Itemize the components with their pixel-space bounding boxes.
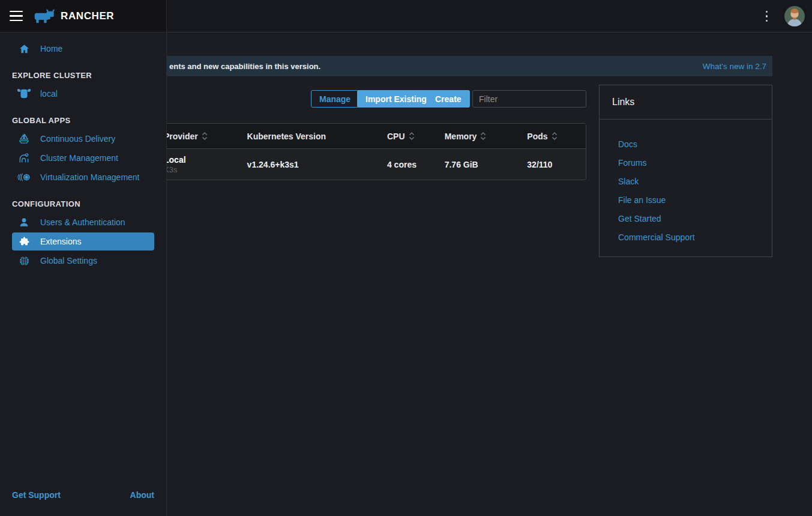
filter-input[interactable] — [472, 90, 586, 108]
sort-icon — [480, 132, 486, 140]
import-existing-button[interactable]: Import Existing — [357, 90, 435, 108]
sidebar-header: RANCHER — [0, 0, 166, 32]
cell-cpu: 4 cores — [379, 149, 436, 180]
sidebar-item-virtualization-management[interactable]: Virtualization Management — [12, 168, 154, 186]
sort-icon — [202, 132, 208, 140]
hamburger-menu-icon[interactable] — [10, 8, 23, 24]
column-header-cpu[interactable]: CPU — [379, 124, 436, 148]
kebab-menu-icon[interactable] — [761, 7, 773, 26]
avatar-photo — [784, 6, 805, 26]
section-configuration: CONFIGURATION — [12, 199, 166, 208]
get-support-link[interactable]: Get Support — [12, 490, 61, 500]
link-forums[interactable]: Forums — [618, 154, 772, 172]
sailboat-icon — [17, 133, 31, 145]
column-header-memory[interactable]: Memory — [436, 124, 519, 148]
sidebar-item-home[interactable]: Home — [12, 40, 154, 58]
sort-icon — [552, 132, 558, 140]
rancher-app: ents and new capabilities in this versio… — [0, 0, 812, 516]
banner-message: ents and new capabilities in this versio… — [169, 62, 320, 71]
sort-icon — [409, 132, 415, 140]
home-icon — [17, 43, 31, 55]
column-header-provider[interactable]: Provider — [155, 124, 239, 148]
user-icon — [17, 217, 31, 228]
puzzle-icon — [17, 236, 31, 247]
column-header-pods[interactable]: Pods — [519, 124, 586, 148]
manage-button[interactable]: Manage — [311, 90, 359, 108]
rancher-logo[interactable]: RANCHER — [34, 8, 114, 24]
link-docs[interactable]: Docs — [618, 135, 772, 154]
column-header-kubernetes-version[interactable]: Kubernetes Version — [239, 124, 379, 148]
cluster-management-icon — [17, 152, 31, 164]
sidebar: RANCHER Home EXPLORE CLUSTER l — [0, 0, 167, 516]
clusters-table-header: Provider Kubernetes Version CPU Memory — [155, 124, 586, 149]
link-slack[interactable]: Slack — [618, 172, 772, 191]
globe-icon — [17, 255, 31, 267]
section-explore-cluster: EXPLORE CLUSTER — [12, 71, 166, 80]
cell-provider: Local K3s — [155, 149, 239, 180]
sidebar-nav: Home EXPLORE CLUSTER local GLOBAL APPS — [0, 32, 166, 482]
sidebar-item-local-cluster[interactable]: local — [12, 85, 154, 103]
links-panel-title: Links — [600, 85, 772, 120]
brand-name: RANCHER — [61, 10, 114, 22]
sidebar-item-extensions[interactable]: Extensions — [12, 232, 154, 250]
cell-memory: 7.76 GiB — [436, 149, 519, 180]
sidebar-item-continuous-delivery[interactable]: Continuous Delivery — [12, 130, 154, 148]
rancher-cow-icon — [34, 8, 56, 24]
link-file-an-issue[interactable]: File an Issue — [618, 191, 772, 210]
links-list: Docs Forums Slack File an Issue Get Star… — [600, 120, 772, 247]
create-button[interactable]: Create — [427, 90, 470, 108]
sidebar-item-cluster-management[interactable]: Cluster Management — [12, 149, 154, 167]
virtualization-management-icon — [17, 172, 31, 183]
link-get-started[interactable]: Get Started — [618, 210, 772, 228]
sidebar-item-global-settings[interactable]: Global Settings — [12, 252, 154, 270]
sidebar-footer: Get Support About — [0, 482, 166, 516]
user-avatar[interactable] — [784, 6, 805, 26]
about-link[interactable]: About — [130, 490, 154, 500]
section-global-apps: GLOBAL APPS — [12, 116, 166, 125]
link-commercial-support[interactable]: Commercial Support — [618, 228, 772, 247]
cell-pods: 32/110 — [519, 149, 586, 180]
whats-new-link[interactable]: What's new in 2.7 — [703, 62, 766, 71]
sidebar-item-users-authentication[interactable]: Users & Authentication — [12, 213, 154, 231]
cell-kubernetes-version: v1.24.6+k3s1 — [239, 149, 379, 180]
links-panel: Links Docs Forums Slack File an Issue Ge… — [599, 85, 772, 257]
clusters-table: Provider Kubernetes Version CPU Memory — [155, 123, 586, 180]
cluster-provider: Local — [164, 155, 186, 165]
cluster-row-local[interactable]: Local K3s v1.24.6+k3s1 4 cores 7.76 GiB … — [155, 149, 586, 180]
steer-icon — [17, 88, 31, 100]
